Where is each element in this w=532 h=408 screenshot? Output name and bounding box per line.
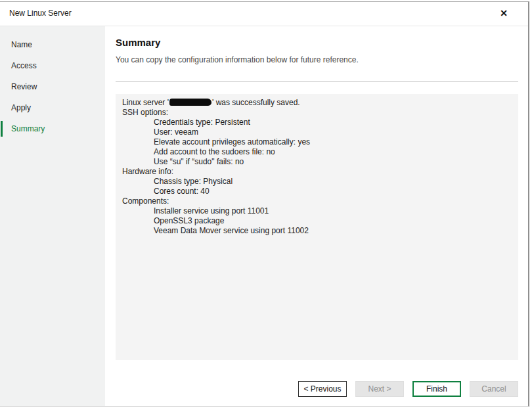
summary-box: Linux server '' was successfully saved. … bbox=[116, 94, 518, 360]
summary-line: Credentials type: Persistent bbox=[122, 118, 512, 127]
redacted-server-name bbox=[169, 99, 211, 106]
close-icon[interactable]: ✕ bbox=[498, 7, 510, 19]
summary-line: Components: bbox=[122, 196, 512, 206]
summary-line: Chassis type: Physical bbox=[122, 177, 512, 187]
saved-line-prefix: Linux server ' bbox=[122, 98, 169, 107]
new-linux-server-wizard: New Linux Server ✕ NameAccessReviewApply… bbox=[0, 1, 529, 407]
next-button: Next > bbox=[355, 381, 404, 397]
page-title: Summary bbox=[116, 37, 518, 49]
summary-line: Add account to the sudoers file: no bbox=[122, 147, 512, 157]
sidebar-item-label: Review bbox=[11, 82, 37, 91]
sidebar-item-summary[interactable]: Summary bbox=[0, 118, 105, 139]
sidebar-item-apply[interactable]: Apply bbox=[0, 97, 105, 118]
summary-line: Elevate account privileges automatically… bbox=[122, 137, 512, 147]
page-subtitle: You can copy the configuration informati… bbox=[116, 55, 518, 64]
sidebar-item-label: Summary bbox=[11, 124, 45, 133]
summary-line: SSH options: bbox=[122, 108, 512, 118]
summary-line: Installer service using port 11001 bbox=[122, 206, 512, 216]
previous-button[interactable]: < Previous bbox=[298, 381, 347, 397]
window-body: NameAccessReviewApplySummary Summary You… bbox=[0, 26, 528, 406]
summary-line: OpenSSL3 package bbox=[122, 216, 512, 226]
header-divider bbox=[116, 81, 518, 82]
sidebar-item-access[interactable]: Access bbox=[0, 55, 105, 76]
summary-line-saved: Linux server '' was successfully saved. bbox=[122, 98, 512, 108]
summary-line: Use “su" if “sudo" fails: no bbox=[122, 157, 512, 167]
saved-line-suffix: ' was successfully saved. bbox=[212, 98, 300, 107]
wizard-steps-sidebar: NameAccessReviewApplySummary bbox=[0, 26, 105, 406]
main-panel: Summary You can copy the configuration i… bbox=[105, 26, 528, 406]
summary-line: User: veeam bbox=[122, 127, 512, 137]
summary-line: Hardware info: bbox=[122, 167, 512, 177]
active-step-indicator bbox=[1, 121, 3, 137]
title-bar: New Linux Server ✕ bbox=[0, 2, 528, 26]
wizard-footer-buttons: < PreviousNext >FinishCancel bbox=[290, 381, 518, 397]
sidebar-item-name[interactable]: Name bbox=[0, 34, 105, 55]
summary-line: Cores count: 40 bbox=[122, 187, 512, 196]
finish-button[interactable]: Finish bbox=[412, 381, 461, 397]
sidebar-item-review[interactable]: Review bbox=[0, 76, 105, 97]
sidebar-item-label: Name bbox=[11, 40, 32, 49]
sidebar-item-label: Access bbox=[11, 61, 37, 70]
sidebar-item-label: Apply bbox=[11, 103, 31, 112]
summary-line: Veeam Data Mover service using port 1100… bbox=[122, 226, 512, 236]
cancel-button: Cancel bbox=[470, 381, 518, 397]
window-title: New Linux Server bbox=[9, 9, 72, 18]
